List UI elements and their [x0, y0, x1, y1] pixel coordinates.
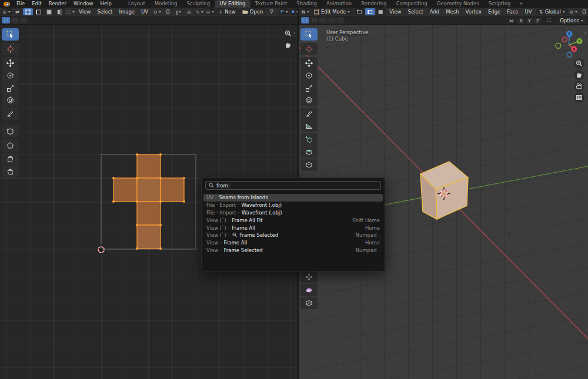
uv-select-mode-island[interactable]: [55, 8, 65, 15]
v3d-tool-poly-build[interactable]: [300, 271, 318, 283]
uv-island[interactable]: [112, 153, 185, 250]
tab-animation[interactable]: Animation: [322, 0, 356, 8]
uv-sticky-mode-dropdown[interactable]: ⬚: [65, 8, 75, 15]
v3d-selectmode-new[interactable]: ⬚: [301, 17, 309, 24]
mirror-z-button[interactable]: Z: [534, 18, 541, 24]
uv-tool-move[interactable]: [2, 57, 19, 69]
select-mode-face[interactable]: [376, 8, 386, 15]
uv-falloff-dropdown[interactable]: ∿: [195, 8, 205, 15]
uv-tool-scale[interactable]: [2, 82, 19, 95]
uv-select-mode-face[interactable]: [44, 8, 54, 15]
navigation-gizmo[interactable]: Z Y X: [553, 29, 586, 62]
v3d-selectmode-subtract[interactable]: ⬚: [319, 17, 327, 24]
mirror-y-button[interactable]: Y: [526, 18, 533, 24]
select-mode-edge[interactable]: [365, 8, 375, 15]
uv-menu-view[interactable]: View: [76, 9, 93, 15]
v3d-menu-mesh[interactable]: Mesh: [443, 9, 462, 15]
snap-magnet-icon[interactable]: Ω: [579, 8, 588, 15]
menu-window[interactable]: Window: [70, 0, 97, 8]
uv-tool-grab[interactable]: [2, 153, 19, 165]
tab-shading[interactable]: Shading: [292, 0, 322, 8]
v3d-tool-add-cube[interactable]: [300, 133, 318, 146]
v3d-tool-scale[interactable]: [300, 82, 318, 95]
uv-select-mode-edge[interactable]: [34, 8, 44, 15]
search-result-import-obj[interactable]: File · Import · Wavefront (.obj): [203, 209, 383, 217]
pivot-point-dropdown[interactable]: ⊘: [569, 8, 579, 15]
v3d-selectmode-invert[interactable]: ⬚: [328, 17, 336, 24]
uv-tool-rotate[interactable]: [2, 69, 19, 82]
blender-logo-icon[interactable]: [4, 2, 10, 6]
open-image-button[interactable]: Open: [239, 8, 266, 15]
menu-render[interactable]: Render: [45, 0, 70, 8]
v3d-tool-knife[interactable]: [300, 297, 318, 309]
uv-selectmode-new[interactable]: ⬚: [2, 17, 10, 24]
gizmo-neg-x-axis[interactable]: [562, 37, 567, 42]
v3d-tool-transform[interactable]: [300, 94, 318, 106]
v3d-tool-move[interactable]: [300, 57, 318, 69]
uv-menu-select[interactable]: Select: [94, 9, 115, 15]
v3d-tool-bevel[interactable]: [300, 284, 318, 296]
search-result-frame-all-pie[interactable]: View (`) · Frame All Home: [203, 224, 383, 232]
uv-menu-image[interactable]: Image: [116, 9, 138, 15]
v3d-camera-view-icon[interactable]: [574, 81, 584, 92]
v3d-selectmode-extend[interactable]: ⬚: [310, 17, 318, 24]
snap-base-icon[interactable]: ⛶: [544, 17, 554, 24]
tab-sculpting[interactable]: Sculpting: [182, 0, 215, 8]
uv-select-mode-vertex[interactable]: [23, 8, 33, 15]
uv-tool-annotate[interactable]: [2, 108, 19, 120]
v3d-toggle-ortho-icon[interactable]: [574, 92, 584, 103]
gizmo-neg-y-axis[interactable]: [556, 43, 561, 48]
pin-image-icon[interactable]: [266, 8, 276, 15]
v3d-tool-measure[interactable]: [300, 119, 318, 132]
search-input[interactable]: from: [205, 181, 381, 190]
v3d-menu-edge[interactable]: Edge: [485, 9, 503, 15]
uv-zoom-icon[interactable]: [283, 28, 293, 39]
editor-type-uv-icon[interactable]: [2, 8, 12, 15]
transform-orientation-dropdown[interactable]: ⇅Global: [536, 8, 568, 15]
uv-menu-uv[interactable]: UV: [138, 9, 151, 15]
uv-sync-selection-icon[interactable]: ⇄: [12, 8, 22, 15]
v3d-menu-add[interactable]: Add: [427, 9, 442, 15]
v3d-tool-annotate[interactable]: [300, 108, 318, 120]
gizmo-neg-z-axis[interactable]: [567, 52, 572, 57]
v3d-tool-cursor[interactable]: [300, 43, 318, 55]
tab-uv-editing[interactable]: UV Editing: [215, 0, 250, 8]
tab-scripting[interactable]: Scripting: [484, 0, 516, 8]
search-result-seams-from-islands[interactable]: UV · Seams from Islands: [203, 194, 383, 202]
v3d-tool-inset-faces[interactable]: [300, 159, 318, 171]
uv-proportional-edit-icon[interactable]: ◎: [184, 8, 194, 15]
menu-file[interactable]: File: [13, 0, 28, 8]
tab-compositing[interactable]: Compositing: [392, 0, 432, 8]
uv-tool-pinch[interactable]: [2, 166, 19, 178]
mode-dropdown[interactable]: Edit Mode: [311, 8, 353, 15]
uv-image-browse-dropdown[interactable]: [205, 8, 215, 15]
v3d-menu-select[interactable]: Select: [405, 9, 426, 15]
uv-tool-cursor[interactable]: [2, 43, 19, 55]
tab-layout[interactable]: Layout: [123, 0, 150, 8]
search-result-frame-all[interactable]: View · Frame All Home: [203, 239, 383, 247]
tab-texture-paint[interactable]: Texture Paint: [250, 0, 292, 8]
v3d-sidebar-toggle-icon[interactable]: ‹: [584, 31, 586, 36]
tab-modeling[interactable]: Modeling: [150, 0, 182, 8]
add-workspace-button[interactable]: +: [515, 0, 526, 8]
uv-snap-magnet-icon[interactable]: Ω: [163, 8, 173, 15]
uv-display-channels-dropdown[interactable]: [279, 8, 289, 15]
v3d-selectmode-intersect[interactable]: ⬚: [336, 17, 345, 24]
tab-rendering[interactable]: Rendering: [356, 0, 391, 8]
menu-edit[interactable]: Edit: [28, 0, 45, 8]
v3d-menu-face[interactable]: Face: [504, 9, 521, 15]
v3d-menu-view[interactable]: View: [386, 9, 404, 15]
search-result-export-obj[interactable]: File · Export · Wavefront (.obj): [203, 202, 383, 209]
mirror-x-button[interactable]: X: [517, 18, 524, 24]
v3d-zoom-icon[interactable]: [574, 58, 584, 69]
uv-tool-relax[interactable]: [2, 139, 19, 152]
v3d-tool-rotate[interactable]: [300, 69, 318, 82]
v3d-pan-hand-icon[interactable]: [574, 70, 584, 81]
uv-snap-target-dropdown[interactable]: ꞁꞁ: [173, 8, 183, 15]
search-result-frame-all-fit[interactable]: View (`) · Frame All Fit Shift Home: [203, 216, 383, 224]
tab-geometry-nodes[interactable]: Geometry Nodes: [432, 0, 484, 8]
menu-help[interactable]: Help: [96, 0, 115, 8]
uv-pivot-dropdown[interactable]: ⊙: [152, 8, 162, 15]
search-result-frame-selected-pie[interactable]: View (`) · Frame Selected Numpad .: [203, 232, 383, 239]
uv-pan-hand-icon[interactable]: [283, 40, 293, 51]
